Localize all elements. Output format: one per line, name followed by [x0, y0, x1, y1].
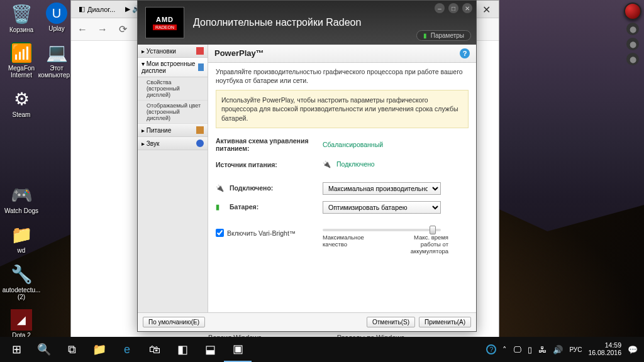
autodetect-label: autodetectu... (2): [3, 287, 41, 300]
amd-logo-text1: AMD: [156, 16, 174, 23]
tray-battery-icon[interactable]: ▯: [528, 345, 532, 354]
watchdogs-icon[interactable]: 🎮Watch Dogs: [4, 184, 39, 214]
megafon-label: MegaFon Internet: [4, 65, 39, 79]
tb-edge[interactable]: e: [113, 337, 141, 362]
slider-label-left: Максимальное качество: [323, 234, 373, 255]
tray-monitor-icon[interactable]: 🖵: [513, 345, 521, 354]
wd-label: wd: [18, 247, 26, 254]
mypc-icon[interactable]: 💻Этот компьютер...: [39, 41, 74, 79]
mypc-label: Этот компьютер...: [38, 65, 75, 79]
power-source-label: Источник питания:: [216, 161, 323, 168]
tb-explorer[interactable]: 📁: [86, 337, 113, 362]
power-icon: [196, 126, 204, 134]
gethelp-icon[interactable]: ?: [486, 344, 496, 354]
battery-label: Батарея:: [230, 203, 258, 211]
recycle-label: Корзина: [9, 26, 33, 33]
start-button[interactable]: ⊞: [3, 337, 30, 362]
amd-window-controls: – □ ✕: [435, 3, 472, 13]
back-icon[interactable]: ←: [76, 23, 89, 36]
amd-close-icon[interactable]: ✕: [462, 3, 472, 13]
monitor-icon: [198, 63, 204, 71]
taskview-icon[interactable]: ⧉: [58, 337, 86, 362]
tray-volume-icon[interactable]: 🔊: [553, 345, 563, 354]
display-icon: [196, 47, 204, 55]
powerplay-tip: Используйте PowerPlay, чтобы настроить п…: [216, 90, 469, 128]
varibright-checkbox[interactable]: Включить Vari-Bright™: [216, 229, 296, 237]
megafon-icon[interactable]: 📶MegaFon Internet: [4, 42, 39, 79]
active-scheme-label: Активная схема управления питанием:: [216, 137, 323, 152]
gaming-app-icon[interactable]: [624, 3, 641, 20]
amd-parameters-button[interactable]: ▮ Параметры: [416, 30, 471, 41]
edge-tab-1[interactable]: ◧ Диалог...: [74, 3, 120, 16]
plug-icon: 🔌: [323, 160, 333, 169]
sidebar-sub-properties[interactable]: Свойства (встроенный дисплей): [138, 77, 208, 101]
tray-mini-3[interactable]: ⬤: [626, 53, 639, 65]
slider-thumb[interactable]: [430, 226, 436, 234]
autodetect-icon[interactable]: 🔧autodetectu... (2): [4, 263, 39, 300]
notifications-icon[interactable]: 💬: [628, 345, 638, 354]
plugged-select[interactable]: Максимальная производительность: [323, 182, 441, 195]
slider-labels: Максимальное качество Макс. время работы…: [323, 234, 448, 255]
tray-clock[interactable]: 14:59 16.08.2016: [588, 342, 621, 356]
tray-mini-2[interactable]: ⬤: [626, 38, 639, 50]
amd-radeon-window: AMD RADEON Дополнительные настройки Rade…: [137, 0, 477, 332]
plugged-label: Подключено:: [230, 184, 273, 192]
amd-params-label: Параметры: [431, 32, 464, 39]
default-button[interactable]: По умолчанию(E): [143, 317, 205, 327]
tb-app1[interactable]: ◧: [169, 337, 196, 362]
slider-label-right: Макс. время работы от аккумулятора: [398, 234, 448, 255]
uplay-label: Uplay: [48, 25, 65, 32]
sidebar-item-displays[interactable]: ▾ Мои встроенные дисплеи: [138, 58, 208, 77]
taskbar: ⊞ 🔍 ⧉ 📁 e 🛍 ◧ ⬓ ▣ ? ˄ 🖵 ▯ 🖧 🔊 РУС 14:59 …: [0, 337, 644, 362]
refresh-icon[interactable]: ⟳: [116, 23, 129, 36]
tray-mini-1[interactable]: ⬤: [626, 23, 639, 35]
apply-button[interactable]: Применить(A): [419, 317, 471, 327]
sidebar-item-installs[interactable]: ▸ Установки: [138, 45, 208, 58]
uplay-icon[interactable]: UUplay: [39, 3, 74, 32]
steam-icon[interactable]: ⚙Steam: [4, 87, 39, 118]
amd-maximize-icon[interactable]: □: [448, 3, 458, 13]
varibright-input[interactable]: [216, 229, 224, 237]
battery-icon: ▮: [423, 32, 427, 39]
tb-store[interactable]: 🛍: [141, 337, 169, 362]
amd-body: ▸ Установки ▾ Мои встроенные дисплеи Сво…: [138, 45, 476, 312]
sound-icon: [196, 140, 204, 147]
battery-select[interactable]: Оптимизировать батарею: [323, 201, 441, 214]
active-scheme-link[interactable]: Сбалансированный: [323, 141, 383, 148]
cancel-button[interactable]: Отменить(S): [367, 317, 415, 327]
battery-icon: ▮: [216, 203, 226, 212]
tray-network-icon[interactable]: 🖧: [538, 345, 547, 354]
row-power-source: Источник питания: 🔌Подключено: [216, 158, 469, 171]
tb-dropbox[interactable]: ⬓: [196, 337, 224, 362]
amd-minimize-icon[interactable]: –: [435, 3, 445, 13]
powerplay-content: Управляйте производительностью графическ…: [208, 63, 476, 312]
amd-header: AMD RADEON Дополнительные настройки Rade…: [138, 1, 476, 45]
forward-icon[interactable]: →: [96, 23, 109, 36]
brightness-slider[interactable]: [323, 229, 441, 231]
sidebar-item-power[interactable]: ▸ Питание: [138, 124, 208, 137]
recycle-bin-icon[interactable]: 🗑️Корзина: [4, 3, 39, 33]
power-source-link[interactable]: Подключено: [336, 160, 375, 168]
amd-logo: AMD RADEON: [145, 7, 184, 38]
sidebar-sub-color[interactable]: Отображаемый цвет (встроенный дисплей): [138, 101, 208, 124]
amd-logo-text2: RADEON: [153, 25, 177, 30]
brightness-slider-wrap: [323, 229, 469, 231]
amd-main-panel: PowerPlay™ ? Управляйте производительнос…: [208, 45, 476, 312]
sidebar-item-sound[interactable]: ▸ Звук: [138, 137, 208, 150]
varibright-label: Включить Vari-Bright™: [227, 229, 296, 237]
search-icon[interactable]: 🔍: [30, 337, 58, 362]
powerplay-title: PowerPlay™: [214, 48, 264, 58]
tray-lang[interactable]: РУС: [569, 346, 582, 353]
wd-folder-icon[interactable]: 📁wd: [4, 223, 39, 254]
tb-amd[interactable]: ▣: [224, 337, 252, 362]
steam-label: Steam: [13, 111, 31, 118]
dota2-icon[interactable]: ◢Dota 2: [4, 309, 39, 339]
edge-close-button[interactable]: ✕: [474, 1, 499, 18]
help-icon[interactable]: ?: [460, 48, 470, 58]
watchdogs-label: Watch Dogs: [4, 207, 38, 214]
amd-sidebar: ▸ Установки ▾ Мои встроенные дисплеи Сво…: [138, 45, 208, 312]
system-tray: ? ˄ 🖵 ▯ 🖧 🔊 РУС 14:59 16.08.2016 💬: [486, 342, 641, 356]
tray-chevron-icon[interactable]: ˄: [502, 345, 507, 354]
row-battery: ▮Батарея: Оптимизировать батарею: [216, 201, 469, 214]
amd-window-title: Дополнительные настройки Radeon: [193, 17, 361, 28]
